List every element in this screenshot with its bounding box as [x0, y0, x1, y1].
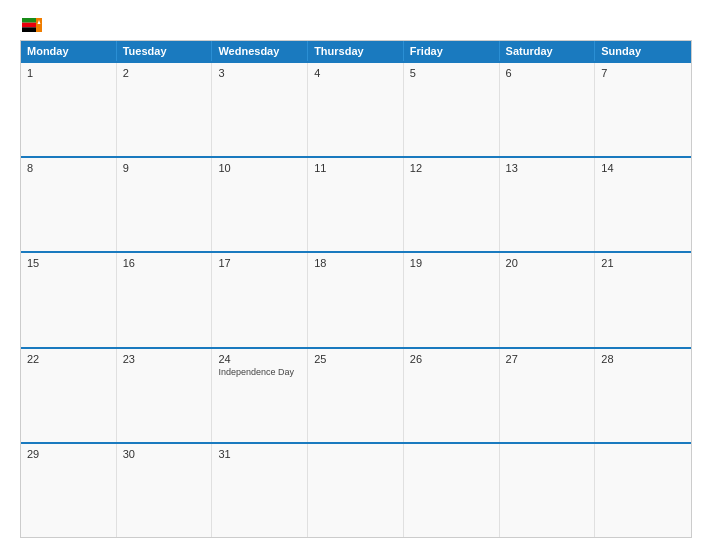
day-number: 7 [601, 67, 685, 79]
cal-cell: 24Independence Day [212, 349, 308, 442]
day-number: 22 [27, 353, 110, 365]
cal-cell: 9 [117, 158, 213, 251]
cal-cell: 25 [308, 349, 404, 442]
event-label: Independence Day [218, 367, 301, 378]
day-number: 21 [601, 257, 685, 269]
day-header-wednesday: Wednesday [212, 41, 308, 61]
week-row-4: 222324Independence Day25262728 [21, 347, 691, 442]
cal-cell: 8 [21, 158, 117, 251]
day-number: 10 [218, 162, 301, 174]
day-number: 17 [218, 257, 301, 269]
day-header-friday: Friday [404, 41, 500, 61]
day-number: 6 [506, 67, 589, 79]
week-row-2: 891011121314 [21, 156, 691, 251]
cal-cell: 20 [500, 253, 596, 346]
cal-cell [308, 444, 404, 537]
cal-cell: 22 [21, 349, 117, 442]
cal-cell: 4 [308, 63, 404, 156]
cal-cell: 13 [500, 158, 596, 251]
day-number: 11 [314, 162, 397, 174]
day-number: 13 [506, 162, 589, 174]
day-number: 19 [410, 257, 493, 269]
cal-cell: 10 [212, 158, 308, 251]
cal-cell: 11 [308, 158, 404, 251]
cal-cell: 30 [117, 444, 213, 537]
day-number: 18 [314, 257, 397, 269]
day-number: 26 [410, 353, 493, 365]
cal-cell: 26 [404, 349, 500, 442]
cal-cell: 21 [595, 253, 691, 346]
day-header-saturday: Saturday [500, 41, 596, 61]
day-number: 1 [27, 67, 110, 79]
cal-cell: 19 [404, 253, 500, 346]
day-header-thursday: Thursday [308, 41, 404, 61]
day-number: 28 [601, 353, 685, 365]
cal-cell: 23 [117, 349, 213, 442]
day-number: 25 [314, 353, 397, 365]
day-number: 8 [27, 162, 110, 174]
logo [20, 18, 42, 32]
cal-cell: 15 [21, 253, 117, 346]
day-number: 2 [123, 67, 206, 79]
day-number: 24 [218, 353, 301, 365]
cal-cell: 1 [21, 63, 117, 156]
day-number: 29 [27, 448, 110, 460]
day-number: 23 [123, 353, 206, 365]
day-number: 4 [314, 67, 397, 79]
cal-cell: 16 [117, 253, 213, 346]
day-number: 3 [218, 67, 301, 79]
calendar-header-row: MondayTuesdayWednesdayThursdayFridaySatu… [21, 41, 691, 61]
day-header-sunday: Sunday [595, 41, 691, 61]
day-number: 30 [123, 448, 206, 460]
day-number: 12 [410, 162, 493, 174]
calendar-page: MondayTuesdayWednesdayThursdayFridaySatu… [0, 0, 712, 550]
cal-cell: 7 [595, 63, 691, 156]
day-number: 14 [601, 162, 685, 174]
logo-general-text [20, 18, 42, 32]
day-header-tuesday: Tuesday [117, 41, 213, 61]
week-row-5: 293031 [21, 442, 691, 537]
week-row-3: 15161718192021 [21, 251, 691, 346]
cal-cell: 14 [595, 158, 691, 251]
cal-cell: 6 [500, 63, 596, 156]
week-row-1: 1234567 [21, 61, 691, 156]
logo-flag-icon [22, 18, 42, 32]
day-header-monday: Monday [21, 41, 117, 61]
cal-cell: 5 [404, 63, 500, 156]
day-number: 9 [123, 162, 206, 174]
cal-cell: 28 [595, 349, 691, 442]
day-number: 20 [506, 257, 589, 269]
day-number: 5 [410, 67, 493, 79]
cal-cell: 27 [500, 349, 596, 442]
cal-cell: 2 [117, 63, 213, 156]
cal-cell: 3 [212, 63, 308, 156]
cal-cell: 12 [404, 158, 500, 251]
day-number: 31 [218, 448, 301, 460]
cal-cell [500, 444, 596, 537]
cal-cell: 31 [212, 444, 308, 537]
calendar-body: 123456789101112131415161718192021222324I… [21, 61, 691, 537]
cal-cell [404, 444, 500, 537]
cal-cell: 29 [21, 444, 117, 537]
day-number: 27 [506, 353, 589, 365]
day-number: 15 [27, 257, 110, 269]
calendar-header [20, 18, 692, 32]
calendar-grid: MondayTuesdayWednesdayThursdayFridaySatu… [20, 40, 692, 538]
cal-cell [595, 444, 691, 537]
cal-cell: 17 [212, 253, 308, 346]
day-number: 16 [123, 257, 206, 269]
cal-cell: 18 [308, 253, 404, 346]
